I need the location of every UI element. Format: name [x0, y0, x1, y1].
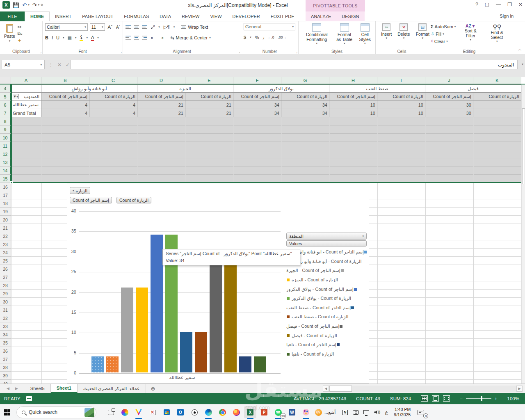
row-header-36[interactable]: 36: [0, 347, 11, 355]
row-header-9[interactable]: 9: [0, 126, 11, 134]
pivot-row-label[interactable]: سمير عطاالله: [11, 101, 41, 109]
row-header-26[interactable]: 26: [0, 265, 11, 273]
screen-record-tray-icon[interactable]: [350, 405, 361, 419]
formula-bar-expand-icon[interactable]: ▾: [522, 62, 523, 66]
chart-values-field-button-2[interactable]: Count of الزيارة: [116, 197, 151, 203]
v-app[interactable]: [132, 405, 146, 419]
volume-tray-icon[interactable]: ))): [372, 405, 382, 419]
row-header-21[interactable]: 21: [0, 224, 11, 232]
pivot-value-cell[interactable]: 34: [281, 101, 329, 109]
sports-app[interactable]: [187, 405, 201, 419]
clear-button[interactable]: ☓Clear▾: [431, 38, 456, 45]
tab-design[interactable]: DESIGN: [336, 11, 364, 21]
row-header-30[interactable]: 30: [0, 298, 11, 306]
legend-item[interactable]: صفط العنب - Count of الزيارة: [286, 315, 368, 320]
font-dialog-launcher[interactable]: ⌟: [120, 50, 122, 54]
pivot-value-cell[interactable]: 10: [377, 109, 425, 117]
save-icon[interactable]: 💾: [13, 2, 19, 8]
paste-button[interactable]: Paste▾: [2, 23, 17, 43]
legend-item[interactable]: فيصل - Count of الزيارة: [286, 333, 368, 338]
pivot-row-label[interactable]: Grand Total: [11, 109, 41, 117]
row-header-15[interactable]: 15: [0, 175, 11, 183]
zoom-slider-thumb[interactable]: [481, 396, 482, 401]
weather-text[interactable]: أشع...: [324, 410, 336, 415]
autosum-button[interactable]: ΣAutoSum▾: [431, 23, 456, 30]
tab-formulas[interactable]: FORMULAS: [119, 11, 154, 21]
row-header-35[interactable]: 35: [0, 339, 11, 347]
align-left-button[interactable]: [126, 36, 131, 40]
word-app[interactable]: W: [285, 405, 299, 419]
pivot-measure-header[interactable]: Count of إسم التاجر: [41, 93, 89, 101]
powerpoint-app[interactable]: P: [257, 405, 271, 419]
zoom-out-button[interactable]: −: [460, 396, 463, 401]
chart-bar[interactable]: [136, 288, 148, 372]
chart-bar[interactable]: [151, 235, 163, 372]
legend-item[interactable]: ناهيا - Count of إسم التاجر: [286, 342, 368, 347]
taskbar-clock[interactable]: 1:40 PM 9/1/2025: [394, 407, 411, 418]
grow-font-button[interactable]: Aˉ: [107, 25, 114, 30]
horizontal-scrollbar-thumb[interactable]: [329, 386, 352, 392]
row-header-7[interactable]: 7: [0, 109, 11, 117]
undo-caret-icon[interactable]: ▾: [28, 3, 30, 7]
number-dialog-launcher[interactable]: ⌟: [296, 50, 297, 54]
row-header-11[interactable]: 11: [0, 142, 11, 150]
tab-foxit-pdf[interactable]: FOXIT PDF: [265, 11, 299, 21]
row-header-31[interactable]: 31: [0, 306, 11, 314]
row-header-5[interactable]: 5: [0, 93, 11, 101]
row-header-25[interactable]: 25: [0, 257, 11, 265]
hscroll-right-arrow[interactable]: ▶: [516, 386, 523, 392]
chart-bar[interactable]: [210, 251, 222, 372]
start-button[interactable]: [0, 405, 14, 419]
alignment-dialog-launcher[interactable]: ⌟: [238, 50, 240, 54]
uv-app[interactable]: UV: [313, 405, 324, 419]
vertical-scrollbar[interactable]: [521, 84, 525, 383]
pivot-measure-header[interactable]: Count of إسم التاجر: [233, 93, 281, 101]
shrink-font-button[interactable]: Aˋ: [115, 25, 121, 30]
firefox-app[interactable]: [229, 405, 243, 419]
page-layout-view-button[interactable]: [432, 395, 439, 402]
chart-bar[interactable]: [91, 356, 104, 373]
legend-item[interactable]: الجيزة - Count of الزيارة: [286, 278, 368, 283]
pivot-region-header[interactable]: الجيزة: [137, 84, 233, 93]
minimize-button[interactable]: —: [496, 2, 501, 7]
sort-filter-button[interactable]: AZ▼ Sort & Filter▾: [460, 23, 481, 45]
merge-center-button[interactable]: ⇆Merge & Center▾: [170, 35, 210, 41]
name-box[interactable]: A5▾: [2, 60, 45, 69]
chart-bar[interactable]: [106, 356, 119, 373]
decrease-decimal-button[interactable]: .00→: [278, 35, 286, 39]
select-all-corner[interactable]: [0, 77, 11, 84]
percent-button[interactable]: %: [255, 35, 259, 40]
row-header-33[interactable]: 33: [0, 322, 11, 331]
collapse-ribbon-icon[interactable]: ︿: [518, 47, 522, 52]
store-app[interactable]: [160, 405, 173, 419]
qat-customize-icon[interactable]: ⚙: [41, 3, 43, 7]
conditional-formatting-button[interactable]: Conditional Formatting▾: [301, 23, 333, 48]
help-button[interactable]: ?: [475, 2, 478, 7]
chart-legend-field-button[interactable]: Values: [286, 240, 367, 247]
restore-button[interactable]: ❐: [507, 2, 512, 7]
new-sheet-button[interactable]: ⊕: [146, 384, 160, 393]
increase-decimal-button[interactable]: ←.0: [268, 35, 274, 39]
pivot-value-cell[interactable]: 34: [281, 109, 329, 117]
chart-bar[interactable]: [254, 356, 266, 373]
zoom-slider[interactable]: [466, 398, 491, 399]
close-button[interactable]: ✕: [518, 2, 523, 7]
accounting-format-button[interactable]: $: [244, 35, 246, 40]
legend-item[interactable]: فيصل - Count of إسم التاجر: [286, 324, 368, 329]
text-direction-button[interactable]: ▷¶: [163, 24, 171, 30]
chart-bar[interactable]: [239, 356, 251, 373]
align-right-button[interactable]: [142, 36, 147, 40]
italic-button[interactable]: I: [52, 35, 53, 40]
sheet-tab-Sheet5[interactable]: Sheet5: [25, 384, 51, 393]
underline-button[interactable]: U: [56, 35, 59, 40]
top-align-button[interactable]: [126, 25, 131, 29]
legend-item[interactable]: بولاق الدكرور - Count of إسم التاجر: [286, 287, 368, 292]
selection-fill-handle[interactable]: [10, 181, 13, 184]
pivot-value-cell[interactable]: 10: [329, 109, 377, 117]
pivot-measure-header[interactable]: Count of الزيارة: [473, 93, 521, 101]
format-as-table-button[interactable]: Format as Table▾: [333, 23, 356, 48]
pivot-value-cell[interactable]: 34: [233, 101, 281, 109]
row-header-18[interactable]: 18: [0, 199, 11, 208]
tab-page-layout[interactable]: PAGE LAYOUT: [77, 11, 119, 21]
font-name-select[interactable]: Calibri▾: [45, 23, 88, 31]
